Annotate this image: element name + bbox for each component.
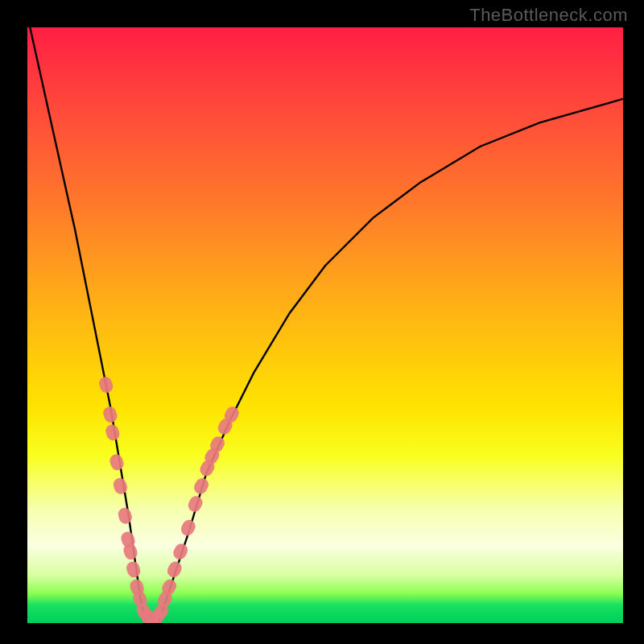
curve-marker [117, 506, 134, 526]
curve-marker [101, 405, 118, 424]
watermark-text: TheBottleneck.com [469, 5, 628, 26]
curve-marker [97, 375, 114, 394]
curve-marker [104, 423, 121, 442]
curve-marker [165, 559, 184, 580]
svg-rect-20 [179, 518, 198, 538]
curve-marker [108, 452, 125, 472]
plot-area [27, 27, 623, 623]
svg-rect-19 [171, 542, 190, 562]
bottleneck-curve [27, 27, 623, 623]
curve-marker [125, 559, 142, 579]
curve-marker [192, 476, 211, 496]
svg-rect-21 [186, 493, 205, 514]
svg-rect-5 [117, 506, 134, 526]
svg-rect-8 [125, 559, 142, 579]
curve-marker [171, 542, 190, 562]
curve-layer [27, 27, 623, 623]
svg-rect-18 [165, 559, 184, 580]
bottleneck-curve-plot [27, 27, 623, 623]
svg-rect-22 [192, 476, 211, 496]
curve-marker [112, 477, 129, 496]
marker-layer [97, 375, 242, 623]
curve-marker [179, 518, 198, 538]
svg-rect-2 [104, 423, 121, 442]
svg-rect-3 [108, 452, 125, 472]
curve-marker [186, 493, 205, 514]
svg-rect-0 [97, 375, 114, 394]
chart-frame: TheBottleneck.com [0, 0, 644, 644]
svg-rect-1 [101, 405, 118, 424]
svg-rect-4 [112, 477, 129, 496]
